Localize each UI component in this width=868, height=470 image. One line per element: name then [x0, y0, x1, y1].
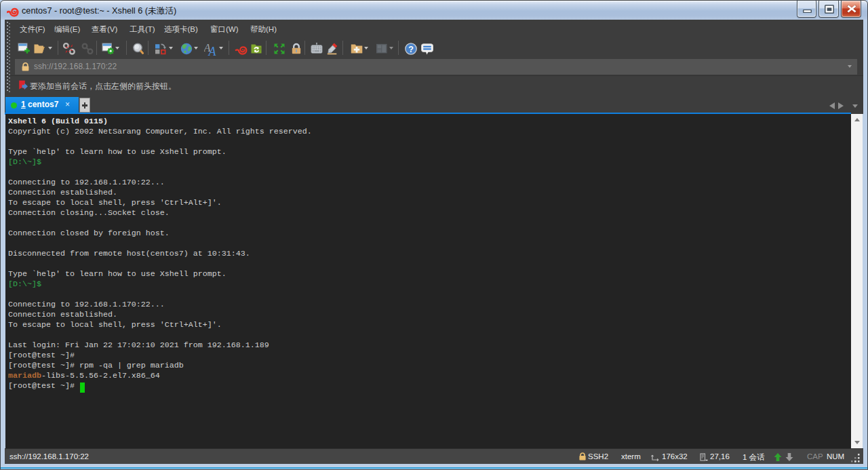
svg-text:A: A: [208, 45, 217, 56]
svg-text:?: ?: [408, 45, 414, 54]
